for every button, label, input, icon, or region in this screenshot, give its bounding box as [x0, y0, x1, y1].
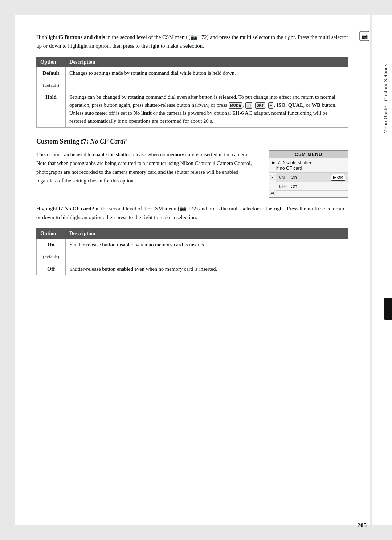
csm-item-content: f7 Disable shutterif no CF card: [276, 160, 311, 171]
table1-col1-header: Option: [37, 57, 66, 67]
csm-left-icons: ■ 📷: [269, 173, 276, 197]
off-text: Off: [289, 184, 345, 189]
heading-italic: No CF Card?: [90, 138, 127, 145]
page-content: Highlight f6 Buttons and dials in the se…: [15, 15, 370, 525]
ok-indicator: ▶ OK: [331, 174, 345, 181]
csm-arrow-icon: ▶: [272, 160, 275, 165]
table-row: Hold Settings can be changed by rotating…: [37, 91, 348, 128]
option-off: Off: [37, 263, 66, 275]
heading-normal: Custom Setting f7:: [36, 138, 90, 145]
table-row: Off Shutter-release button enabled even …: [37, 263, 348, 275]
ev-icon: ⬜: [245, 102, 252, 109]
option-default-sub: (default): [37, 80, 66, 91]
csm-options: 0N On ▶ OK 0FF Off: [276, 173, 348, 197]
off-label: 0FF: [279, 184, 289, 189]
svg-text:📷: 📷: [362, 33, 368, 40]
csm-menu: CSM MENU ▶ f7 Disable shutterif no CF ca…: [269, 150, 348, 198]
black-tab: [384, 298, 392, 320]
csm-f7-id: f7: [276, 160, 280, 165]
on-label: 0N: [279, 175, 289, 180]
f7-bold: f7 No CF card?: [58, 206, 94, 211]
csm-icon-1: ■: [270, 175, 275, 180]
sidebar-label: Menu Guide—Custom Settings: [383, 64, 388, 133]
table1-col2-header: Description: [66, 57, 348, 67]
description-default: Changes to settings made by rotating com…: [66, 67, 348, 91]
csm-icon-2: 📷: [270, 190, 275, 195]
on-text: On: [289, 175, 331, 180]
csm-side-section: ■ 📷 0N On ▶ OK 0FF Off: [269, 173, 348, 197]
table-row: Default Changes to settings made by rota…: [37, 67, 348, 80]
page-number: 205: [358, 522, 367, 529]
csm-option-off: 0FF Off: [276, 182, 348, 191]
two-col-layout: This option can be used to enable the sh…: [36, 150, 348, 198]
table-f6: Option Description Default Changes to se…: [36, 57, 348, 128]
sidebar: 📷 Menu Guide—Custom Settings: [372, 15, 392, 525]
option-on: On: [37, 239, 66, 251]
table2-col1-header: Option: [37, 229, 66, 239]
f7-description: This option can be used to enable the sh…: [36, 150, 260, 185]
mode-icon: MODE: [229, 102, 242, 109]
csm-option-on: 0N On ▶ OK: [276, 173, 348, 182]
csm-menu-container: CSM MENU ▶ f7 Disable shutterif no CF ca…: [269, 150, 348, 198]
description-on: Shutter-release button disabled when no …: [66, 239, 348, 263]
option-on-sub: (default): [37, 251, 66, 263]
description-hold: Settings can be changed by rotating comm…: [66, 91, 348, 128]
sidebar-vertical-text: Menu Guide—Custom Settings: [383, 62, 388, 135]
star-icon: ✦: [268, 102, 273, 109]
section-f7-heading: Custom Setting f7: No CF Card?: [36, 138, 348, 145]
intro-paragraph-2: Highlight f7 No CF card? in the second l…: [36, 204, 348, 222]
sidebar-icon: 📷: [359, 31, 369, 41]
f6-bold: f6 Buttons and dials: [58, 34, 105, 40]
csm-menu-header: CSM MENU: [269, 151, 348, 158]
table2-col2-header: Description: [66, 229, 348, 239]
table-row: On Shutter-release button disabled when …: [37, 239, 348, 251]
option-default: Default: [37, 67, 66, 80]
table-f7: Option Description On Shutter-release bu…: [36, 228, 348, 275]
description-off: Shutter-release button enabled even when…: [66, 263, 348, 275]
csm-menu-item-f7: ▶ f7 Disable shutterif no CF card: [269, 158, 348, 173]
intro-paragraph-1: Highlight f6 Buttons and dials in the se…: [36, 33, 348, 50]
option-hold: Hold: [37, 91, 66, 128]
csm-f7-text: Disable shutterif no CF card: [276, 160, 311, 171]
bkt-icon: BKT: [255, 102, 265, 109]
